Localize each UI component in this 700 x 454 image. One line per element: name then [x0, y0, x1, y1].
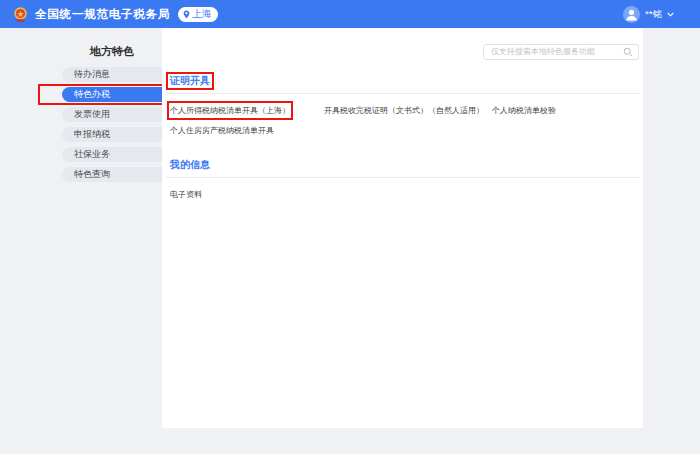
link-cell: 开具税收完税证明（文书式）（自然人适用） — [324, 99, 492, 117]
region-badge[interactable]: 上海 — [178, 7, 218, 22]
section-title-myinfo: 我的信息 — [170, 158, 210, 172]
sidebar-item[interactable]: 发票使用 — [62, 107, 162, 122]
user-name: **铭 — [645, 8, 662, 21]
service-link[interactable]: 个人所得税纳税清单开具（上海） — [170, 105, 290, 116]
sidebar-item-label: 特色查询 — [74, 168, 110, 181]
service-link[interactable]: 个人住房房产税纳税清单开具 — [170, 125, 274, 136]
section-myinfo-head: 我的信息 — [166, 154, 639, 178]
region-label: 上海 — [192, 8, 211, 21]
sidebar-item[interactable]: 社保业务 — [62, 147, 162, 162]
user-menu[interactable]: **铭 — [623, 6, 674, 23]
sidebar: 地方特色 待办消息 特色办税 发票使用 申报纳税 社保业务 特色查询 — [62, 28, 162, 187]
link-cell: 个人住房房产税纳税清单开具 — [170, 119, 324, 137]
service-link[interactable]: 个人纳税清单校验 — [492, 105, 556, 116]
sidebar-item[interactable]: 特色办税 — [62, 87, 162, 102]
app-header: 全国统一规范电子税务局 上海 **铭 — [0, 0, 700, 28]
sidebar-item[interactable]: 待办消息 — [62, 67, 162, 82]
sidebar-item[interactable]: 申报纳税 — [62, 127, 162, 142]
section-certificates-head: 证明开具 — [166, 70, 639, 94]
service-link[interactable]: 开具税收完税证明（文书式）（自然人适用） — [324, 105, 484, 116]
main-panel: 证明开具 个人所得税纳税清单开具（上海） 开具税收完税证明（文书式）（自然人适用… — [162, 28, 643, 428]
sidebar-item-label: 发票使用 — [74, 108, 110, 121]
location-pin-icon — [183, 10, 190, 19]
app-title: 全国统一规范电子税务局 — [35, 7, 170, 22]
search-icon[interactable] — [623, 43, 633, 61]
link-cell: 个人纳税清单校验 — [492, 99, 639, 117]
search-input[interactable] — [483, 44, 639, 60]
sidebar-item-label: 待办消息 — [74, 68, 110, 81]
section-title-certificates: 证明开具 — [170, 74, 210, 88]
avatar[interactable] — [623, 6, 640, 23]
chevron-down-icon[interactable] — [667, 12, 674, 17]
sidebar-item-label: 申报纳税 — [74, 128, 110, 141]
sidebar-nav: 待办消息 特色办税 发票使用 申报纳税 社保业务 特色查询 — [62, 67, 162, 182]
sidebar-item[interactable]: 特色查询 — [62, 167, 162, 182]
myinfo-links: 电子资料 — [166, 182, 639, 202]
person-icon — [623, 6, 640, 23]
link-cell: 电子资料 — [170, 183, 324, 201]
sidebar-item-label: 社保业务 — [74, 148, 110, 161]
service-link[interactable]: 电子资料 — [170, 189, 202, 200]
link-cell: 个人所得税纳税清单开具（上海） — [170, 99, 324, 117]
sidebar-title: 地方特色 — [62, 44, 162, 59]
tax-bureau-emblem-icon — [12, 6, 29, 23]
search-box — [483, 40, 639, 56]
sidebar-item-label: 特色办税 — [74, 88, 110, 101]
certificates-links: 个人所得税纳税清单开具（上海） 开具税收完税证明（文书式）（自然人适用） 个人纳… — [166, 98, 639, 138]
